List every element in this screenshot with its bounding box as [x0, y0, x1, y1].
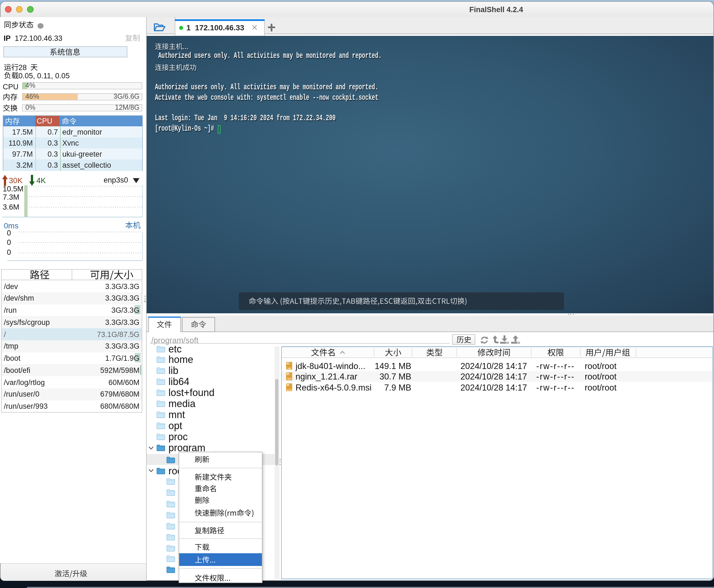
svg-text:EXE: EXE	[287, 368, 291, 369]
svg-text:ARCHIVE: ARCHIVE	[286, 389, 291, 391]
svg-text:RAR: RAR	[287, 378, 291, 380]
